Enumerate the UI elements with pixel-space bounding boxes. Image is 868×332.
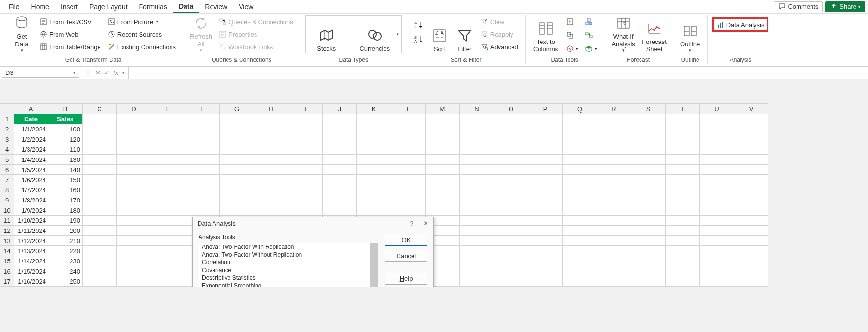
cell[interactable]: [494, 175, 528, 185]
cell[interactable]: [494, 266, 528, 276]
cell[interactable]: [151, 246, 185, 256]
cell[interactable]: 1/15/2024: [14, 266, 48, 276]
cell[interactable]: [185, 134, 220, 144]
cell[interactable]: [631, 114, 666, 124]
cell[interactable]: [323, 165, 357, 175]
column-header[interactable]: F: [185, 104, 220, 114]
cell[interactable]: [734, 236, 768, 246]
cell[interactable]: [83, 266, 117, 276]
cell[interactable]: [666, 276, 700, 287]
cell[interactable]: 1/12/2024: [14, 236, 48, 246]
cell[interactable]: [597, 134, 631, 144]
cell[interactable]: [528, 165, 563, 175]
help-button[interactable]: Help: [385, 273, 427, 285]
cell[interactable]: [83, 155, 117, 165]
cell[interactable]: [700, 134, 734, 144]
cell[interactable]: [323, 205, 357, 216]
cell[interactable]: [357, 124, 391, 134]
history-icon[interactable]: ⋮: [85, 69, 91, 76]
cell[interactable]: [185, 185, 220, 195]
from-table-range-button[interactable]: From Table/Range: [38, 42, 103, 52]
cell[interactable]: [631, 165, 666, 175]
cell[interactable]: [323, 155, 357, 165]
cell[interactable]: [528, 195, 563, 205]
row-header[interactable]: 6: [0, 165, 14, 175]
cell[interactable]: [700, 175, 734, 185]
cell[interactable]: [117, 165, 151, 175]
cell[interactable]: [357, 195, 391, 205]
cell[interactable]: 150: [48, 175, 83, 185]
cell[interactable]: 1/5/2024: [14, 165, 48, 175]
cell[interactable]: 1/8/2024: [14, 195, 48, 205]
cell[interactable]: [666, 266, 700, 276]
cell[interactable]: [631, 195, 666, 205]
cell[interactable]: [597, 185, 631, 195]
fx-icon[interactable]: fx: [114, 69, 118, 76]
cell[interactable]: [83, 276, 117, 287]
cell[interactable]: [117, 175, 151, 185]
cell[interactable]: [426, 195, 460, 205]
cell[interactable]: [357, 155, 391, 165]
cell[interactable]: 1/10/2024: [14, 216, 48, 226]
cell[interactable]: [220, 114, 254, 124]
cell[interactable]: [460, 175, 494, 185]
cell[interactable]: [666, 124, 700, 134]
cell[interactable]: [185, 195, 220, 205]
cell[interactable]: [597, 124, 631, 134]
cell[interactable]: [734, 144, 768, 155]
data-analysis-button[interactable]: Data Analysis: [712, 17, 769, 32]
column-header[interactable]: P: [528, 104, 563, 114]
cell[interactable]: [631, 124, 666, 134]
cell[interactable]: [563, 276, 597, 287]
cell[interactable]: [426, 114, 460, 124]
column-header[interactable]: J: [323, 104, 357, 114]
cell[interactable]: [700, 114, 734, 124]
cell[interactable]: [288, 124, 323, 134]
cell[interactable]: [700, 246, 734, 256]
cell[interactable]: [185, 175, 220, 185]
cell[interactable]: [151, 155, 185, 165]
row-header[interactable]: 17: [0, 276, 14, 287]
row-header[interactable]: 12: [0, 226, 14, 236]
cell[interactable]: [460, 226, 494, 236]
what-if-button[interactable]: ? What-If Analysis▾: [609, 15, 638, 54]
cell[interactable]: [563, 246, 597, 256]
column-header[interactable]: G: [220, 104, 254, 114]
cell[interactable]: [460, 185, 494, 195]
cell[interactable]: 1/4/2024: [14, 155, 48, 165]
cell[interactable]: [528, 205, 563, 216]
row-header[interactable]: 1: [0, 114, 14, 124]
cell[interactable]: [426, 134, 460, 144]
cell[interactable]: [117, 144, 151, 155]
refresh-all-button[interactable]: Refresh All▾: [188, 15, 214, 54]
cell[interactable]: [700, 226, 734, 236]
cell[interactable]: [460, 266, 494, 276]
cell[interactable]: [666, 185, 700, 195]
cell[interactable]: [494, 114, 528, 124]
cell[interactable]: [220, 134, 254, 144]
cell[interactable]: 130: [48, 155, 83, 165]
list-item[interactable]: Anova: Two-Factor With Replication: [199, 243, 378, 251]
cell[interactable]: [391, 144, 426, 155]
cell[interactable]: [391, 134, 426, 144]
cell[interactable]: [391, 165, 426, 175]
cell[interactable]: 210: [48, 236, 83, 246]
sort-asc-button[interactable]: AZ: [412, 19, 426, 30]
from-text-csv-button[interactable]: From Text/CSV: [38, 16, 103, 27]
cell[interactable]: [288, 114, 323, 124]
row-header[interactable]: 5: [0, 155, 14, 165]
cell[interactable]: [357, 165, 391, 175]
cell[interactable]: [563, 124, 597, 134]
cell[interactable]: [494, 185, 528, 195]
cell[interactable]: [734, 266, 768, 276]
data-model-button[interactable]: ▾: [583, 43, 599, 54]
cell[interactable]: [666, 246, 700, 256]
cell[interactable]: [391, 185, 426, 195]
outline-button[interactable]: Outline▾: [678, 15, 702, 54]
data-validation-button[interactable]: ▾: [564, 43, 580, 54]
cell[interactable]: [426, 155, 460, 165]
cell[interactable]: [597, 195, 631, 205]
cell[interactable]: [151, 226, 185, 236]
cell[interactable]: [254, 124, 288, 134]
tab-formulas[interactable]: Formulas: [133, 0, 173, 13]
